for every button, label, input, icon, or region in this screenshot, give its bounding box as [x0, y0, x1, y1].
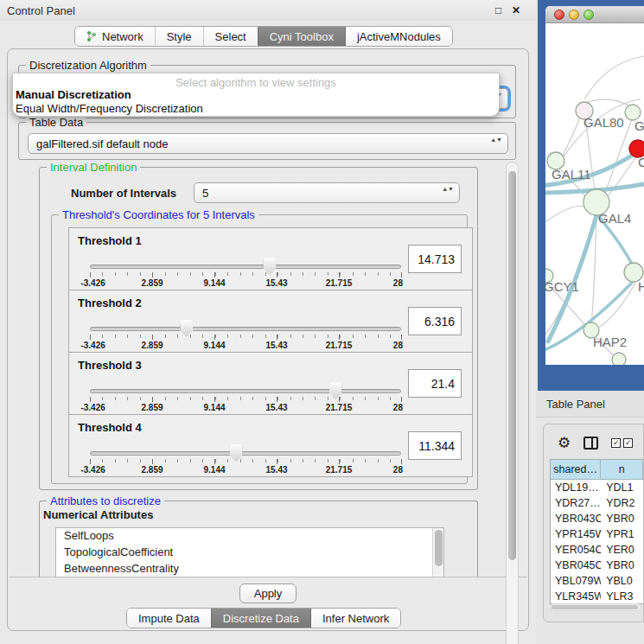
- interval-definition-group: Interval Definition Number of Intervals …: [39, 167, 478, 490]
- discretization-algorithm-label: Discretization Algorithm: [26, 59, 150, 72]
- list-item[interactable]: TopologicalCoefficient: [56, 545, 443, 561]
- table-horizontal-scrollbar[interactable]: [550, 603, 641, 611]
- network-graph: [545, 23, 644, 365]
- slider-tick-labels: -3.426 2.859 9.144 15.43 21.715 28: [90, 341, 401, 352]
- threshold-value-field[interactable]: 11.344: [408, 431, 462, 460]
- combo-stepper-icon: ▲▼: [490, 137, 502, 143]
- node-label: GAL11: [552, 167, 591, 182]
- column-header-name[interactable]: n: [601, 460, 643, 479]
- network-window-titlebar[interactable]: [545, 6, 644, 23]
- threshold-stack: Threshold 1 -3.426 2.859 9.144: [68, 228, 473, 477]
- table-panel-title: Table Panel: [546, 398, 605, 411]
- tab-cyni-toolbox[interactable]: Cyni Toolbox: [258, 27, 345, 46]
- algorithm-hint-text: Select algorithm to view settings: [13, 76, 499, 89]
- threshold-label: Threshold 4: [78, 421, 142, 434]
- node-label: GCY1: [544, 279, 579, 294]
- slider-ticks: [90, 459, 401, 464]
- numerical-attributes-label: Numerical Attributes: [43, 508, 153, 521]
- threshold-value-field[interactable]: 6.316: [408, 307, 462, 335]
- list-item[interactable]: SelfLoops: [56, 528, 443, 545]
- apply-button[interactable]: Apply: [239, 583, 296, 603]
- slider-track[interactable]: [90, 389, 401, 393]
- control-panel-window: Control Panel □ ✕ Network Style Select C…: [0, 0, 536, 644]
- top-tab-bar: Network Style Select Cyni Toolbox jActiv…: [74, 26, 453, 47]
- node-label: H: [638, 279, 644, 294]
- slider-track[interactable]: [90, 451, 401, 456]
- table-row[interactable]: YPR145WYPR1: [551, 526, 643, 542]
- table-row[interactable]: YDL19…YDL1: [551, 480, 643, 495]
- numerical-attributes-list[interactable]: SelfLoops TopologicalCoefficient Between…: [55, 527, 444, 577]
- panel-vertical-scrollbar[interactable]: [506, 162, 519, 644]
- close-traffic-light-icon[interactable]: [554, 10, 564, 20]
- threshold-value-field[interactable]: 14.713: [408, 245, 462, 273]
- list-item[interactable]: BetweennessCentrality: [56, 561, 443, 577]
- interval-definition-label: Interval Definition: [47, 161, 140, 174]
- gear-icon[interactable]: ⚙: [558, 436, 571, 450]
- number-of-intervals-value: 5: [202, 187, 208, 200]
- table-panel-bar: Table Panel: [536, 391, 644, 418]
- attributes-group-label: Attributes to discretize: [47, 494, 164, 507]
- float-window-icon[interactable]: □: [495, 4, 501, 16]
- split-columns-icon[interactable]: [583, 437, 598, 450]
- slider-track[interactable]: [90, 327, 401, 331]
- attributes-group: Attributes to discretize Numerical Attri…: [39, 501, 478, 578]
- close-window-icon[interactable]: ✕: [512, 4, 520, 16]
- threshold-row: Threshold 2 -3.426 2.859 9.144: [68, 290, 473, 353]
- slider-ticks: [90, 272, 401, 277]
- threshold-slider[interactable]: -3.426 2.859 9.144 15.43 21.715 28: [90, 389, 401, 414]
- slider-tick-labels: -3.426 2.859 9.144 15.43 21.715 28: [90, 465, 401, 476]
- node-label: HAP2: [593, 335, 627, 349]
- table-panel-window: ⚙ ✓ ✓ shared… n YDL19…YDL1 YDR27…YDR2 YB…: [543, 424, 644, 622]
- algorithm-option-equal-width[interactable]: Equal Width/Frequency Discretization: [16, 102, 203, 115]
- tab-impute-data[interactable]: Impute Data: [127, 609, 211, 628]
- threshold-slider[interactable]: -3.426 2.859 9.144 15.43 21.715 28: [90, 265, 401, 290]
- tab-jactivemnodules[interactable]: jActiveMNodules: [345, 27, 452, 46]
- checkbox-icon[interactable]: ✓: [623, 438, 633, 448]
- table-toolbar: ⚙ ✓ ✓: [549, 430, 643, 456]
- slider-ticks: [90, 397, 401, 402]
- threshold-slider[interactable]: -3.426 2.859 9.144 15.43 21.715 28: [90, 327, 401, 352]
- node-label: C: [638, 155, 644, 169]
- table-row[interactable]: YER054CYER0: [551, 542, 643, 558]
- bottom-tab-bar: Impute Data Discretize Data Infer Networ…: [126, 608, 401, 628]
- minimize-traffic-light-icon[interactable]: [569, 10, 579, 20]
- slider-tick-labels: -3.426 2.859 9.144 15.43 21.715 28: [90, 403, 401, 414]
- table-row[interactable]: YBL079WYBL0: [551, 573, 643, 589]
- tab-infer-network[interactable]: Infer Network: [310, 609, 400, 628]
- algorithm-dropdown-popup: Select algorithm to view settings Manual…: [12, 73, 500, 117]
- number-of-intervals-label: Number of Intervals: [71, 187, 176, 200]
- slider-track[interactable]: [90, 265, 401, 269]
- thresholds-group-label: Threshold's Coordinates for 5 Intervals: [59, 208, 258, 221]
- network-icon: [86, 30, 98, 42]
- threshold-row: Threshold 3 -3.426 2.859 9.144: [68, 352, 473, 415]
- number-of-intervals-combobox[interactable]: 5 ▲▼: [194, 182, 460, 203]
- threshold-slider[interactable]: -3.426 2.859 9.144 15.43 21.715 28: [90, 451, 401, 476]
- table-row[interactable]: YLR345WYLR3: [551, 589, 643, 604]
- tab-discretize-data[interactable]: Discretize Data: [211, 609, 310, 628]
- combo-stepper-icon: ▲▼: [442, 186, 454, 193]
- attributes-list-scrollbar[interactable]: [432, 528, 443, 577]
- thresholds-group: Threshold's Coordinates for 5 Intervals …: [51, 214, 468, 484]
- checkbox-icon[interactable]: ✓: [611, 438, 621, 448]
- network-window: GAL80 GA C GAL11 GAL4 GCY1 H HAP2: [538, 0, 644, 391]
- table-data-combo-value: galFiltered.sif default node: [36, 137, 168, 150]
- tab-network[interactable]: Network: [75, 27, 155, 46]
- network-view-canvas[interactable]: [545, 23, 644, 365]
- column-header-shared-name[interactable]: shared…: [551, 460, 601, 479]
- algorithm-option-manual[interactable]: Manual Discretization: [16, 88, 131, 101]
- threshold-row: Threshold 1 -3.426 2.859 9.144: [68, 227, 473, 290]
- table-row[interactable]: YDR27…YDR2: [551, 495, 643, 511]
- threshold-label: Threshold 1: [78, 234, 142, 247]
- node-attribute-table[interactable]: shared… n YDL19…YDL1 YDR27…YDR2 YBR043CY…: [550, 459, 643, 604]
- tab-style[interactable]: Style: [155, 27, 203, 46]
- tab-select[interactable]: Select: [203, 27, 258, 46]
- zoom-traffic-light-icon[interactable]: [583, 10, 594, 20]
- table-data-label: Table Data: [26, 116, 86, 129]
- table-row[interactable]: YBR043CYBR0: [551, 511, 643, 526]
- table-row[interactable]: YBR045CYBR0: [551, 558, 643, 573]
- table-data-combobox[interactable]: galFiltered.sif default node ▲▼: [28, 133, 508, 154]
- threshold-row: Threshold 4 -3.426 2.859 9.144: [68, 414, 473, 477]
- table-data-group: Table Data galFiltered.sif default node …: [18, 122, 516, 160]
- threshold-label: Threshold 2: [78, 296, 142, 309]
- threshold-value-field[interactable]: 21.4: [408, 369, 462, 398]
